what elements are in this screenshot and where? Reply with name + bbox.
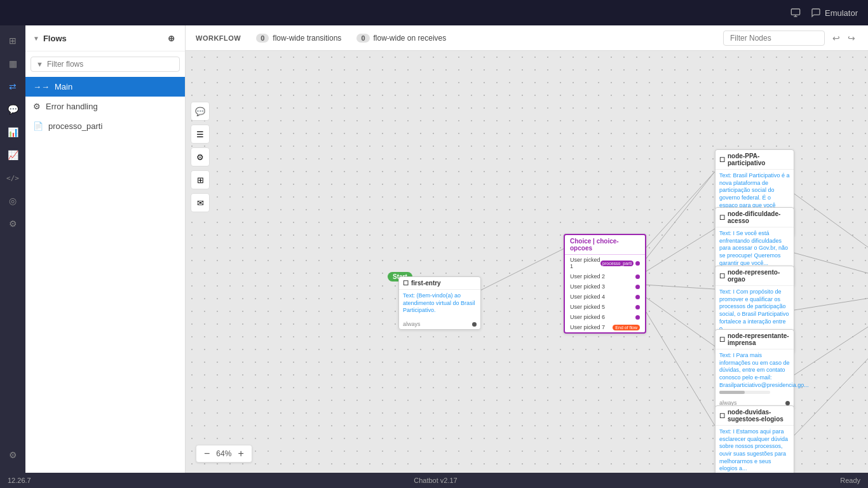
screen-button[interactable] — [790, 8, 801, 18]
sidebar-icon-home[interactable]: ⊞ — [3, 30, 23, 51]
choice-dot-6 — [635, 315, 640, 320]
topbar: Emulator — [0, 0, 868, 25]
transitions-label: flow-wide transitions — [273, 34, 341, 43]
flow-item-error[interactable]: ⚙ Error handling — [25, 97, 185, 116]
node-first-entry-header: ☐ first-entry — [399, 277, 480, 290]
node-representante-text: Text: I Para mais informações ou em caso… — [719, 352, 790, 389]
sidebar-icon-flows[interactable]: ⇄ — [3, 76, 23, 97]
node-representante-scroll — [719, 391, 770, 394]
svg-line-13 — [794, 289, 868, 375]
flow-error-label: Error handling — [46, 102, 98, 111]
flow-item-main[interactable]: →→ Main — [25, 77, 185, 97]
undo-redo-group: ↩ ↪ — [830, 32, 858, 44]
receives-badge: 0 — [356, 34, 369, 43]
node-duvidas-text: Text: I Estamos aqui para esclarecer qua… — [719, 428, 790, 473]
zoom-out-button[interactable]: − — [203, 448, 211, 459]
tool-list[interactable]: ☰ — [191, 125, 210, 144]
choice-dot-3 — [635, 285, 640, 289]
undo-button[interactable]: ↩ — [830, 32, 843, 44]
node-representante[interactable]: ☐ node-representante-imprensa Text: I Pa… — [715, 329, 794, 409]
choice-dot-1 — [635, 261, 640, 266]
node-represento-text: Text: I Com propósito de promover e qual… — [719, 288, 790, 333]
add-flow-button[interactable]: ⊕ — [165, 32, 177, 44]
statusbar-app: Chatbot v2.17 — [414, 477, 458, 484]
node-representante-dot — [785, 401, 790, 405]
tool-settings[interactable]: ⚙ — [191, 147, 210, 166]
flow-processo-icon: 📄 — [33, 121, 43, 131]
node-first-entry-always: always — [403, 321, 421, 327]
flow-error-icon: ⚙ — [33, 102, 41, 111]
sidebar-icon-code[interactable]: </> — [3, 168, 23, 188]
emulator-button[interactable]: Emulator — [811, 8, 858, 18]
node-duvidas-icon: ☐ — [719, 412, 725, 419]
choice-opcoes-header: Choice | choice-opcoes — [565, 235, 645, 255]
transitions-badge: 0 — [256, 34, 269, 43]
svg-line-8 — [643, 295, 715, 346]
redo-button[interactable]: ↪ — [845, 32, 858, 44]
node-first-entry-body: Text: (Bem-vindo(a) ao atendimento virtu… — [399, 290, 480, 319]
node-represento-label: node-represento-orgao — [728, 269, 790, 283]
node-duvidas-header: ☐ node-duvidas-sugestoes-elogios — [715, 406, 794, 426]
node-representante-body: Text: I Para mais informações ou em caso… — [715, 349, 794, 398]
sidebar-icon-chat[interactable]: 💬 — [3, 99, 23, 119]
choice-dot-2 — [635, 274, 640, 279]
sidebar-icon-analytics[interactable]: 📈 — [3, 145, 23, 165]
tool-chat[interactable]: 💬 — [191, 102, 210, 121]
filter-nodes-input[interactable] — [723, 30, 825, 46]
zoom-controls: − 64% + — [196, 445, 252, 463]
sidebar-icon-chart[interactable]: 📊 — [3, 122, 23, 142]
svg-line-10 — [794, 194, 868, 289]
receives-label: flow-wide on receives — [374, 34, 447, 43]
screen-icon — [790, 8, 801, 18]
node-first-entry[interactable]: ☐ first-entry Text: (Bem-vindo(a) ao ate… — [398, 276, 481, 330]
choice-opcoes-row-3: User picked 3 — [565, 281, 645, 292]
svg-line-6 — [643, 229, 715, 273]
transitions-badge-item: 0 flow-wide transitions — [256, 34, 341, 43]
node-duvidas[interactable]: ☐ node-duvidas-sugestoes-elogios Text: I… — [715, 405, 794, 473]
node-ppa-label: node-PPA-participativo — [728, 152, 790, 166]
choice-opcoes-row-4: User picked 4 — [565, 292, 645, 302]
canvas-title: WORKFLOW — [196, 34, 241, 42]
flows-title: Flows — [43, 34, 67, 43]
statusbar-status: Ready — [840, 477, 860, 484]
filter-nodes-wrap: ↩ ↪ — [723, 30, 858, 46]
sidebar-icon-grid[interactable]: ▦ — [3, 53, 23, 74]
node-dificuldade-icon: ☐ — [719, 214, 725, 221]
workflow-canvas[interactable]: Start ☐ first-entry Text: (Bem-vindo(a) … — [186, 51, 868, 473]
node-choice-opcoes[interactable]: Choice | choice-opcoes User picked 1 pro… — [564, 234, 646, 334]
sidebar-icon-plugin[interactable]: ⚙ — [3, 214, 23, 234]
node-duvidas-body: Text: I Estamos aqui para esclarecer qua… — [715, 426, 794, 473]
svg-line-3 — [479, 248, 566, 291]
choice-opcoes-row-7: User picked 7 End of flow — [565, 322, 645, 332]
svg-rect-0 — [791, 9, 799, 15]
zoom-level: 64% — [216, 449, 231, 458]
choice-opcoes-row-6: User picked 6 — [565, 312, 645, 322]
flow-main-label: Main — [55, 82, 72, 92]
sidebar-icon-settings[interactable]: ⚙ — [3, 445, 23, 465]
choice-opcoes-row-2: User picked 2 — [565, 271, 645, 281]
node-first-entry-footer: always — [399, 319, 480, 329]
tool-grid[interactable]: ⊞ — [191, 170, 210, 189]
sidebar-icon-api[interactable]: ◎ — [3, 191, 23, 211]
canvas-header: WORKFLOW 0 flow-wide transitions 0 flow-… — [186, 25, 868, 51]
node-ppa-icon: ☐ — [719, 156, 725, 163]
zoom-in-button[interactable]: + — [236, 448, 245, 459]
node-ppa-header: ☐ node-PPA-participativo — [715, 150, 794, 170]
node-first-entry-dot — [472, 322, 477, 327]
node-representante-header: ☐ node-representante-imprensa — [715, 330, 794, 349]
node-representante-icon: ☐ — [719, 336, 725, 343]
flow-item-processo[interactable]: 📄 processo_parti — [25, 116, 185, 136]
main-layout: ⊞ ▦ ⇄ 💬 📊 📈 </> ◎ ⚙ ⚙ ▼ Flows ⊕ ▼ →→ Ma — [0, 25, 868, 473]
node-represento-icon: ☐ — [719, 273, 725, 280]
svg-line-9 — [643, 307, 715, 426]
flows-header: ▼ Flows ⊕ — [25, 25, 185, 51]
filter-flows-input[interactable] — [47, 60, 174, 69]
svg-line-7 — [643, 285, 715, 289]
node-dificuldade-header: ☐ node-dificuldade-acesso — [715, 208, 794, 227]
statusbar-version: 12.26.7 — [8, 477, 31, 484]
emulator-label: Emulator — [825, 8, 858, 18]
flows-collapse-icon[interactable]: ▼ — [33, 35, 39, 42]
svg-line-4 — [643, 172, 715, 251]
tool-mail[interactable]: ✉ — [191, 193, 210, 212]
svg-line-14 — [794, 299, 868, 435]
